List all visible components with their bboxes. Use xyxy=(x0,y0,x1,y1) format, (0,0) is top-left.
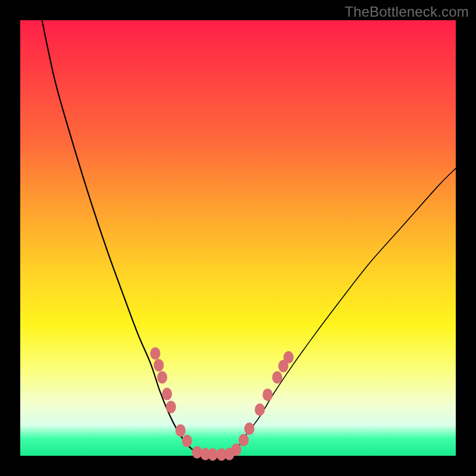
data-marker xyxy=(262,389,273,401)
data-marker xyxy=(208,448,218,461)
data-marker xyxy=(245,422,255,435)
data-marker xyxy=(255,403,265,416)
chart-svg xyxy=(20,20,456,456)
plot-background xyxy=(20,20,456,456)
data-marker xyxy=(239,434,249,446)
data-marker xyxy=(154,359,164,371)
data-marker xyxy=(283,351,293,364)
data-marker xyxy=(176,424,186,437)
data-marker xyxy=(157,371,167,384)
data-marker xyxy=(150,347,160,359)
data-marker xyxy=(166,401,176,414)
curve-left-branch xyxy=(42,20,203,456)
marker-group xyxy=(150,347,293,461)
data-marker xyxy=(231,443,242,456)
chart-container: TheBottleneck.com xyxy=(0,0,476,476)
data-marker xyxy=(182,435,192,447)
watermark-text: TheBottleneck.com xyxy=(345,4,469,20)
data-marker xyxy=(272,371,282,384)
data-marker xyxy=(162,388,172,400)
